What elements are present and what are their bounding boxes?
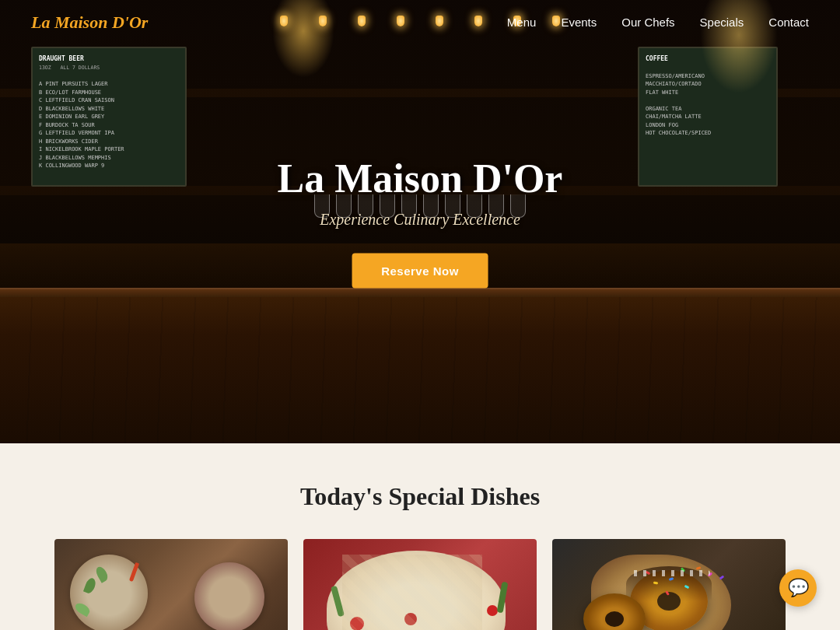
leaf-3 <box>73 601 91 617</box>
bar-counter <box>0 288 840 443</box>
chalkboard-left: DRAUGHT BEER 13OZ ALL 7 DOLLARS A PINT P… <box>31 47 187 187</box>
nav-specials[interactable]: Specials <box>700 16 744 29</box>
hero-title: La Maison D'Or <box>278 156 563 201</box>
chat-bubble[interactable]: 💬 <box>779 569 817 607</box>
specials-section: Today's Special Dishes <box>0 443 840 630</box>
chili <box>129 562 139 582</box>
chalkboard-left-text: DRAUGHT BEER 13OZ ALL 7 DOLLARS A PINT P… <box>39 54 179 170</box>
nav-contact[interactable]: Contact <box>768 16 809 29</box>
dish-card-3[interactable] <box>552 539 786 630</box>
dish-3-garnish <box>552 539 786 630</box>
chat-icon: 💬 <box>788 578 809 598</box>
dish-card-2[interactable] <box>303 539 537 630</box>
dish-card-1[interactable] <box>54 539 288 630</box>
donut-second-hole <box>605 611 624 627</box>
sprinkle-9 <box>719 576 725 580</box>
nav-events[interactable]: Events <box>561 16 597 29</box>
herb-2 <box>497 582 509 614</box>
onion-ring <box>218 582 241 593</box>
flatbread-texture <box>342 555 482 630</box>
hero-section: DRAUGHT BEER 13OZ ALL 7 DOLLARS A PINT P… <box>0 0 840 443</box>
specials-title: Today's Special Dishes <box>31 482 809 511</box>
dish-2-garnish <box>303 539 537 630</box>
wood-grain <box>0 297 840 443</box>
hero-subtitle: Experience Culinary Excellence <box>278 211 563 229</box>
tomato-3 <box>487 605 498 616</box>
dish-1-garnish <box>54 539 288 630</box>
leaf-2 <box>83 577 97 595</box>
white-drizzle <box>628 570 710 576</box>
nav-our-chefs[interactable]: Our Chefs <box>621 16 674 29</box>
leaf-1 <box>94 565 110 583</box>
leaf-4 <box>238 569 251 586</box>
nav-links: Menu Events Our Chefs Specials Contact <box>507 16 809 30</box>
site-logo[interactable]: La Maison D'Or <box>31 12 148 33</box>
reserve-now-button[interactable]: Reserve Now <box>352 254 488 289</box>
nav-menu[interactable]: Menu <box>507 16 537 29</box>
leaf-5 <box>247 585 265 603</box>
hero-content: La Maison D'Or Experience Culinary Excel… <box>278 156 563 289</box>
navbar: La Maison D'Or Menu Events Our Chefs Spe… <box>0 0 840 45</box>
dishes-grid <box>31 539 809 630</box>
counter-top <box>0 288 840 297</box>
